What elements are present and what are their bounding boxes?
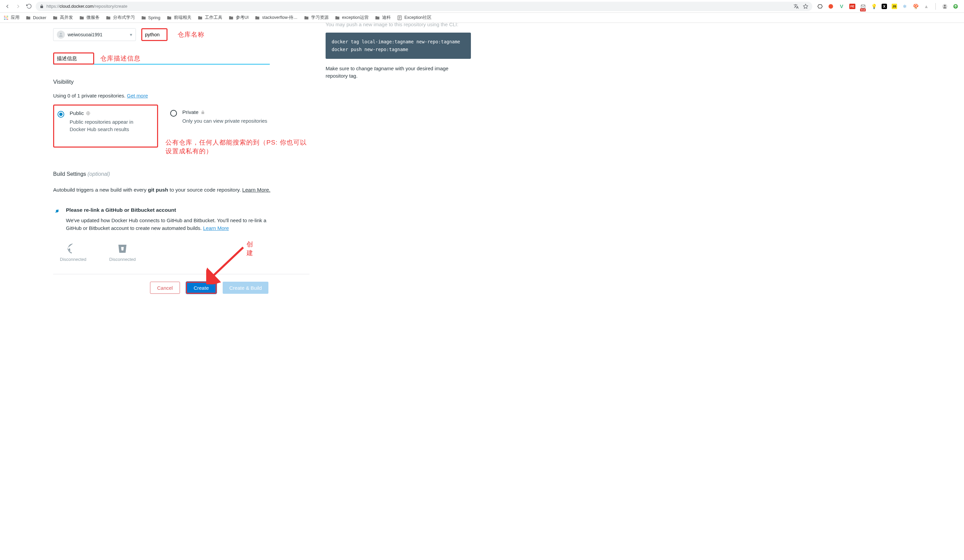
ext-js-icon[interactable]: JS (892, 4, 897, 9)
public-desc: Public repositories appear in Docker Hub… (70, 118, 148, 133)
ext-fe-icon[interactable]: FE (849, 4, 855, 9)
chevron-down-icon: ▾ (130, 32, 132, 37)
repo-name-highlight (141, 28, 168, 41)
autobuild-text: Autobuild triggers a new build with ever… (53, 186, 309, 194)
tagname-note: Make sure to change tagname with your de… (326, 65, 471, 80)
globe-icon (86, 111, 91, 115)
bookmark-dike[interactable]: 迪科 (375, 15, 391, 21)
translate-icon[interactable] (793, 4, 799, 9)
divider (935, 3, 936, 10)
ext-green-icon[interactable] (953, 3, 959, 10)
svg-point-19 (60, 33, 62, 35)
url-bar[interactable]: https://cloud.docker.com/repository/crea… (36, 2, 812, 11)
namespace-select[interactable]: weiwosuoai1991 ▾ (53, 28, 136, 41)
star-icon[interactable] (803, 4, 808, 9)
get-more-link[interactable]: Get more (127, 93, 148, 99)
lock-icon (40, 4, 44, 8)
bookmark-exception-ops[interactable]: exception运营 (335, 15, 369, 21)
bitbucket-icon (117, 243, 128, 254)
radio-public[interactable] (57, 111, 64, 118)
folder-icon (141, 15, 146, 20)
public-title: Public (70, 110, 148, 116)
description-input[interactable] (57, 56, 91, 62)
bookmark-frontend[interactable]: 前端相关 (166, 15, 191, 21)
svg-marker-0 (803, 4, 808, 8)
github-connect[interactable]: Disconnected (60, 243, 86, 262)
bookmark-study[interactable]: 学习资源 (304, 15, 329, 21)
folder-icon (52, 15, 58, 20)
github-icon (68, 243, 78, 254)
folder-icon (79, 15, 85, 20)
annotation-repo-name: 仓库名称 (177, 30, 205, 39)
extension-icons: V FE 916 💡 X JS ❄ 🍄 ▲ (815, 3, 961, 10)
create-button-wrap: 创建 Create (186, 282, 217, 294)
folder-icon (26, 15, 31, 20)
avatar-icon (57, 31, 65, 39)
folder-icon (228, 15, 234, 20)
bookmark-refui[interactable]: 参考UI (228, 15, 249, 21)
ext-red-icon[interactable] (828, 3, 834, 10)
forward-button[interactable] (14, 2, 22, 10)
visibility-private-option[interactable]: Private Only you can view private reposi… (170, 104, 270, 125)
annotation-description: 仓库描述信息 (100, 54, 141, 63)
create-button[interactable]: Create (186, 282, 217, 294)
svg-point-10 (6, 17, 7, 18)
ext-mushroom-icon[interactable]: 🍄 (912, 3, 918, 10)
profile-icon[interactable] (942, 3, 948, 10)
svg-point-6 (4, 16, 5, 17)
radio-private[interactable] (170, 110, 177, 117)
folder-icon (106, 15, 111, 20)
ext-snowflake-icon[interactable]: ❄ (902, 3, 908, 10)
lock-icon (200, 110, 205, 115)
url-text: https://cloud.docker.com/repository/crea… (46, 4, 127, 9)
bitbucket-connect[interactable]: Disconnected (109, 243, 136, 262)
reload-button[interactable] (25, 2, 33, 10)
visibility-usage: Using 0 of 1 private repositories. Get m… (53, 93, 309, 99)
repo-name-input[interactable] (145, 32, 164, 37)
visibility-public-option[interactable]: Public Public repositories appear in Doc… (57, 110, 151, 133)
svg-point-8 (7, 16, 8, 17)
svg-point-9 (4, 17, 5, 18)
ext-x-icon[interactable]: X (882, 4, 887, 9)
ext-bulb-icon[interactable]: 💡 (871, 3, 877, 10)
github-status: Disconnected (60, 257, 86, 262)
back-button[interactable] (3, 2, 11, 10)
page-icon (397, 15, 402, 21)
divider (53, 274, 309, 274)
svg-point-12 (4, 19, 5, 20)
bookmark-microservice[interactable]: 微服务 (79, 15, 99, 21)
svg-point-4 (944, 5, 946, 6)
svg-point-1 (829, 4, 833, 9)
private-title: Private (182, 109, 267, 115)
bookmark-spring[interactable]: Spring (141, 15, 160, 20)
learn-more-relink[interactable]: Learn More (203, 225, 229, 231)
apps-label: 应用 (11, 15, 20, 21)
bookmark-worktools[interactable]: 工作工具 (197, 15, 222, 21)
visibility-heading: Visibility (53, 79, 309, 85)
ext-mail-icon[interactable]: 916 (860, 3, 866, 10)
relink-body: We've updated how Docker Hub connects to… (66, 216, 268, 232)
cancel-button[interactable]: Cancel (150, 282, 180, 294)
namespace-value: weiwosuoai1991 (68, 32, 103, 37)
plug-icon (53, 208, 60, 215)
svg-point-7 (6, 16, 7, 17)
ext-vue-icon[interactable]: V (839, 3, 845, 10)
bookmark-docker[interactable]: Docker (26, 15, 46, 20)
learn-more-autobuild[interactable]: Learn More. (242, 187, 270, 193)
bitbucket-status: Disconnected (109, 257, 136, 262)
bookmark-concurrency[interactable]: 高并发 (52, 15, 73, 21)
bookmark-distributed[interactable]: 分布式学习 (106, 15, 135, 21)
private-desc: Only you can view private repositories (182, 117, 267, 125)
create-and-build-button[interactable]: Create & Build (223, 282, 269, 294)
bookmark-exception-community[interactable]: Exception社区 (397, 15, 432, 21)
ext-recycle-icon[interactable] (817, 3, 823, 10)
folder-icon (197, 15, 203, 20)
bookmark-stackoverflow[interactable]: stackoverflow-待… (255, 15, 297, 21)
svg-point-11 (7, 17, 8, 18)
description-highlight (53, 52, 94, 65)
svg-point-13 (6, 19, 7, 20)
apps-shortcut[interactable]: 应用 (3, 15, 20, 21)
build-settings-heading: Build Settings (optional) (53, 171, 309, 177)
ext-grey-icon[interactable]: ▲ (923, 3, 929, 10)
cli-code-block: docker tag local-image:tagname new-repo:… (326, 32, 471, 59)
